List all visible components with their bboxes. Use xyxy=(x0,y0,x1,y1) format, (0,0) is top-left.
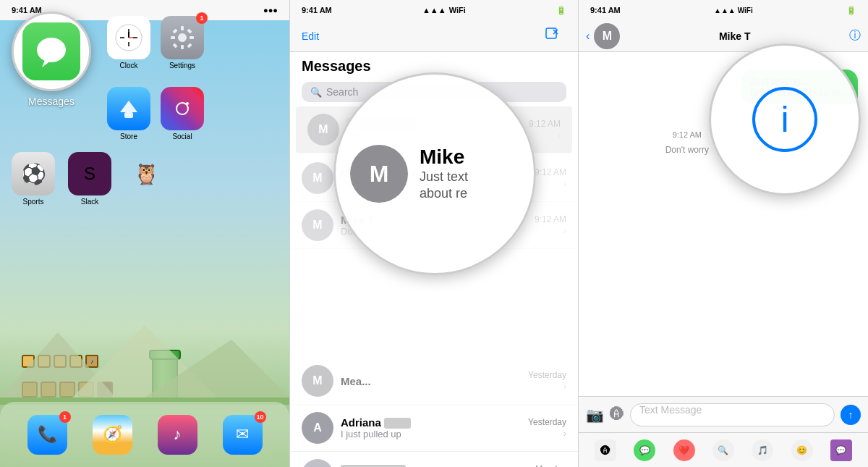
status-bar-3: 9:41 AM ▲▲▲ WiFi 🔋 xyxy=(579,0,868,20)
settings-app-group[interactable]: 1 Settings xyxy=(161,16,204,70)
dont-worry-label: Don't worry xyxy=(665,145,709,155)
settings-badge: 1 xyxy=(196,12,208,24)
slack-icon[interactable]: S xyxy=(68,152,111,195)
magnifier-circle-messages: M Mike Just text about re xyxy=(333,72,536,275)
info-button[interactable]: ⓘ xyxy=(849,28,861,43)
magnified-preview2: about re xyxy=(420,185,468,202)
svg-rect-14 xyxy=(190,36,194,39)
phone-dock-icon[interactable]: 📞 1 xyxy=(27,415,67,455)
social-icon[interactable] xyxy=(161,87,204,130)
search-bar-icon[interactable]: 🔍 xyxy=(712,439,734,461)
sports-label: Sports xyxy=(23,198,44,206)
input-placeholder: Text Message xyxy=(639,404,702,416)
mountain-bg xyxy=(0,311,289,397)
back-button[interactable]: ‹ xyxy=(586,30,590,43)
phone-badge: 1 xyxy=(59,411,71,423)
social-label: Social xyxy=(172,132,192,140)
mail-dock-icon[interactable]: ✉ 10 xyxy=(223,415,263,455)
status-icons-1: ●●● xyxy=(263,6,278,14)
clock-icon[interactable] xyxy=(107,16,150,59)
apps-bar: 🅐 💬 ❤️ 🔍 🎵 😊 💬 xyxy=(579,432,868,467)
magnified-avatar: M xyxy=(350,145,408,203)
messages-bubble-icon xyxy=(35,35,68,68)
edit-button[interactable]: Edit xyxy=(302,30,319,42)
magnifier-circle-info: i xyxy=(709,43,861,195)
sports-icon[interactable]: ⚽ xyxy=(12,152,55,195)
slack-app-group[interactable]: S Slack xyxy=(68,152,111,206)
svg-rect-12 xyxy=(181,45,184,49)
appstore-icon[interactable]: 🅐 xyxy=(610,406,624,423)
clock-label: Clock xyxy=(119,62,137,70)
magnified-name: Mike xyxy=(420,146,468,169)
character-icon[interactable]: 🦉 xyxy=(124,152,168,195)
store-app-group[interactable]: Store xyxy=(107,87,150,140)
avatar: M xyxy=(302,209,333,241)
slack-label: Slack xyxy=(81,198,98,206)
status-time-1: 9:41 AM xyxy=(12,6,42,14)
message-input[interactable]: Text Message xyxy=(630,403,835,426)
camera-icon[interactable]: 📷 xyxy=(586,406,604,424)
character-app-group[interactable]: 🦉 xyxy=(124,152,168,206)
icons-row-2: Store Social xyxy=(107,87,204,140)
store-icon[interactable] xyxy=(107,87,150,130)
messages-bar-icon[interactable]: 💬 xyxy=(634,439,655,461)
avatar: M xyxy=(302,162,333,194)
dock: 📞 1 🧭 ♪ ✉ 10 xyxy=(0,402,289,467)
icons-row-3: ⚽ Sports S Slack 🦉 xyxy=(12,152,168,206)
svg-rect-11 xyxy=(181,26,184,30)
avatar: M xyxy=(307,114,339,146)
panel-home-screen: 9:41 AM ●●● Messages xyxy=(0,0,289,467)
avatar: A xyxy=(302,412,333,444)
panel-messages-list: 9:41 AM ▲▲▲ WiFi 🔋 Edit Messages 🔍 Searc… xyxy=(289,0,579,467)
settings-icon[interactable]: 1 xyxy=(161,16,204,59)
status-bar-2: 9:41 AM ▲▲▲ WiFi 🔋 xyxy=(290,0,578,20)
settings-label: Settings xyxy=(169,62,195,70)
messages-label: Messages xyxy=(12,96,91,107)
input-bar: 📷 🅐 Text Message ↑ xyxy=(579,396,868,432)
signal-icons: ▲▲▲ WiFi xyxy=(422,6,466,14)
emoji-bar-icon[interactable]: 😊 xyxy=(791,439,813,461)
heart-bar-icon[interactable]: ❤️ xyxy=(673,439,695,461)
panel-message-detail: 9:41 AM ▲▲▲ WiFi 🔋 ‹ M Mike T ⓘ Just tex… xyxy=(579,0,868,467)
safari-dock-icon[interactable]: 🧭 xyxy=(93,415,132,455)
contact-avatar-nav: M xyxy=(594,23,620,49)
svg-rect-19 xyxy=(124,112,133,118)
chat-bar-icon[interactable]: 💬 xyxy=(830,439,852,461)
avatar: M xyxy=(302,365,333,397)
svg-rect-16 xyxy=(187,28,192,33)
music-bar-icon[interactable]: 🎵 xyxy=(752,439,773,461)
mail-badge: 10 xyxy=(255,411,266,423)
messages-nav: Edit xyxy=(290,20,578,52)
messages-icon-inner xyxy=(22,22,80,80)
svg-marker-1 xyxy=(42,60,51,67)
svg-rect-13 xyxy=(171,36,175,39)
clock-app-group[interactable]: Clock xyxy=(107,16,150,70)
svg-point-0 xyxy=(37,38,66,62)
list-item[interactable]: M Mea... Yesterday › xyxy=(290,358,578,405)
info-circle-icon: i xyxy=(752,87,817,152)
status-time-2: 9:41 AM xyxy=(302,6,332,14)
signal-icons-3: ▲▲▲ WiFi xyxy=(714,7,753,14)
send-button[interactable]: ↑ xyxy=(841,405,861,425)
svg-point-21 xyxy=(186,102,189,105)
svg-rect-17 xyxy=(172,43,177,48)
appstore-bar-icon[interactable]: 🅐 xyxy=(595,439,616,461)
status-time-3: 9:41 AM xyxy=(590,6,621,14)
list-item[interactable]: ? ████ ██ ███ Aloha and hello! Monday › xyxy=(290,452,578,467)
compose-button[interactable] xyxy=(545,27,566,46)
svg-rect-15 xyxy=(172,28,177,33)
list-item[interactable]: A Adriana ████ I just pulled up Yesterda… xyxy=(290,405,578,452)
svg-point-10 xyxy=(178,33,187,42)
message-nav: ‹ M Mike T ⓘ xyxy=(579,20,868,52)
magnified-preview1: Just text xyxy=(420,169,468,185)
sports-app-group[interactable]: ⚽ Sports xyxy=(12,152,55,206)
message-time: 9:12 AM xyxy=(673,130,702,139)
messages-icon-magnified[interactable] xyxy=(12,12,91,91)
svg-rect-18 xyxy=(187,43,192,48)
icons-row-1: Clock 1 Settings xyxy=(107,16,204,70)
store-label: Store xyxy=(120,132,137,140)
avatar: ? xyxy=(302,459,333,467)
music-dock-icon[interactable]: ♪ xyxy=(158,415,197,455)
social-app-group[interactable]: Social xyxy=(161,87,204,140)
contact-name: Mike T xyxy=(620,30,849,42)
